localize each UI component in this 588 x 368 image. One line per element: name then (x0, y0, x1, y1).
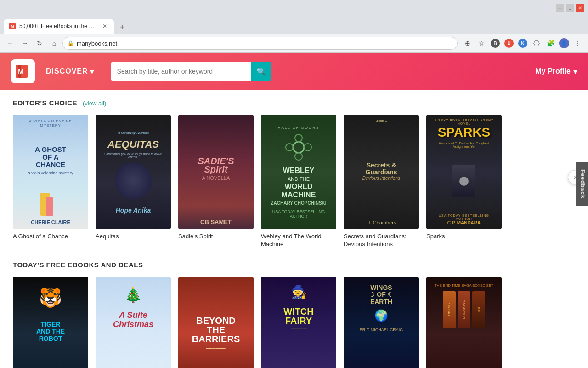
svg-point-4 (293, 142, 304, 153)
browser-titlebar: ─ □ ✕ (0, 0, 588, 16)
books-carousel: A Viola Valentine Mystery A GHOSTOF ACHA… (13, 115, 575, 248)
search-icon: 🔍 (257, 67, 266, 76)
deal-book-item[interactable]: THE END TIME SAGA BOXED SET RISING BREAK… (426, 277, 502, 368)
book-item[interactable]: A Getaway Novella AEQUITAS Sometimes you… (96, 115, 171, 248)
book-title: Aequitas (96, 233, 171, 241)
deals-grid: 🐯 TIGERAND THEROBOT 🎄 A SuiteChristmas (13, 277, 575, 368)
active-tab[interactable]: M 50,000+ Free eBooks in the Gen... ✕ (4, 19, 114, 34)
page-content: M DISCOVER ▾ 🔍 My Profile ▾ (0, 53, 588, 368)
deal-book-cover: BEYONDTHEBARRIERS ━━━━━━ (178, 277, 254, 368)
lock-icon: 🔒 (68, 40, 74, 46)
book-cover: Book 1 Secrets &Guardians Devious Intent… (344, 115, 419, 229)
my-profile-chevron-icon: ▾ (573, 67, 577, 76)
deal-book-item[interactable]: WINGS☽ OF ☾EARTH 🌍 ERIC MICHAEL CRAIG (344, 277, 419, 368)
reload-button[interactable]: ↻ (33, 37, 46, 50)
deal-book-item[interactable]: 🎄 A SuiteChristmas (96, 277, 171, 368)
window-controls: ─ □ ✕ (556, 4, 584, 12)
site-header: M DISCOVER ▾ 🔍 My Profile ▾ (0, 53, 588, 90)
deal-book-cover: 🧙 WITCHFAIRY ━━━━━ (261, 277, 336, 368)
discover-label: DISCOVER (46, 67, 88, 75)
book-item[interactable]: Book 1 Secrets &Guardians Devious Intent… (344, 115, 419, 248)
book-cover: A SEXY BDSM SPECIAL AGENT NOVEL SPARKS H… (426, 115, 502, 229)
deals-section: TODAY'S FREE EBOOKS AND DEALS 🐯 TIGERAND… (0, 253, 588, 368)
discover-chevron-icon: ▾ (90, 67, 94, 76)
back-button[interactable]: ← (4, 37, 17, 50)
forward-button[interactable]: → (18, 37, 31, 50)
book-title: Sadie's Spirit (178, 233, 254, 241)
close-button[interactable]: ✕ (576, 4, 584, 12)
deal-book-cover: 🐯 TIGERAND THEROBOT (13, 277, 88, 368)
book-cover: A Viola Valentine Mystery A GHOSTOF ACHA… (13, 115, 88, 229)
svg-point-8 (295, 153, 302, 160)
feedback-tab[interactable]: Feedback (576, 162, 588, 206)
maximize-button[interactable]: □ (566, 4, 574, 12)
tab-title: 50,000+ Free eBooks in the Gen... (19, 23, 97, 29)
menu-icon[interactable]: ⋮ (571, 37, 584, 50)
deal-book-item[interactable]: BEYONDTHEBARRIERS ━━━━━━ (178, 277, 254, 368)
book-item[interactable]: A SEXY BDSM SPECIAL AGENT NOVEL SPARKS H… (426, 115, 502, 248)
svg-point-6 (304, 144, 311, 151)
search-button[interactable]: 🔍 (251, 62, 271, 80)
address-bar[interactable]: 🔒 manybooks.net (62, 37, 458, 50)
bookmark-icon[interactable]: ☆ (475, 37, 488, 50)
translate-icon[interactable]: ⊕ (461, 37, 474, 50)
extension-1-icon[interactable]: B (489, 37, 502, 50)
extensions-icon[interactable]: 🧩 (544, 37, 557, 50)
browser-toolbar-icons: ⊕ ☆ B U K ⎔ 🧩 👤 ⋮ (461, 37, 584, 50)
svg-text:M: M (18, 68, 23, 75)
search-input[interactable] (111, 62, 251, 80)
view-all-link[interactable]: (view all) (83, 100, 106, 107)
extension-4-icon[interactable]: ⎔ (530, 37, 543, 50)
deal-book-item[interactable]: 🧙 WITCHFAIRY ━━━━━ (261, 277, 336, 368)
browser-tabs: M 50,000+ Free eBooks in the Gen... ✕ + (0, 16, 588, 34)
book-title: Secrets and Guardians: Devious Intention… (344, 233, 419, 248)
deal-book-cover: THE END TIME SAGA BOXED SET RISING BREAK… (426, 277, 502, 368)
editors-choice-section: EDITOR'S CHOICE (view all) A Viola Valen… (0, 90, 588, 253)
book-cover: SADIE'SSpirit A NOVELLA CB SAMET (178, 115, 254, 229)
svg-point-7 (295, 134, 302, 142)
feedback-label: Feedback (579, 169, 586, 198)
new-tab-button[interactable]: + (116, 21, 129, 34)
book-cover: HALL OF DOORS (261, 115, 336, 229)
deals-title: TODAY'S FREE EBOOKS AND DEALS (13, 261, 575, 269)
tab-close-button[interactable]: ✕ (101, 23, 108, 30)
deal-book-cover: WINGS☽ OF ☾EARTH 🌍 ERIC MICHAEL CRAIG (344, 277, 419, 368)
deal-book-item[interactable]: 🐯 TIGERAND THEROBOT (13, 277, 88, 368)
svg-point-5 (286, 144, 293, 151)
editors-choice-title: EDITOR'S CHOICE (13, 99, 77, 107)
extension-2-icon[interactable]: U (503, 37, 515, 50)
discover-nav[interactable]: DISCOVER ▾ (46, 67, 94, 76)
book-title: A Ghost of a Chance (13, 233, 88, 241)
search-bar: 🔍 (111, 62, 271, 80)
book-item[interactable]: A Viola Valentine Mystery A GHOSTOF ACHA… (13, 115, 88, 248)
logo[interactable]: M (11, 59, 35, 83)
book-title: Sparks (426, 233, 502, 241)
my-profile-button[interactable]: My Profile ▾ (536, 67, 577, 76)
profile-icon[interactable]: 👤 (558, 37, 571, 50)
books-grid: A Viola Valentine Mystery A GHOSTOF ACHA… (13, 115, 575, 248)
deal-book-cover: 🎄 A SuiteChristmas (96, 277, 171, 368)
url-text: manybooks.net (77, 40, 452, 47)
minimize-button[interactable]: ─ (556, 4, 564, 12)
book-item[interactable]: SADIE'SSpirit A NOVELLA CB SAMET Sadie's… (178, 115, 254, 248)
section-header: EDITOR'S CHOICE (view all) (13, 99, 575, 107)
my-profile-label: My Profile (536, 67, 571, 75)
book-item[interactable]: HALL OF DOORS (261, 115, 336, 248)
extension-3-icon[interactable]: K (516, 37, 529, 50)
logo-icon: M (11, 59, 35, 83)
book-cover: A Getaway Novella AEQUITAS Sometimes you… (96, 115, 171, 229)
home-button[interactable]: ⌂ (48, 37, 61, 50)
browser-toolbar: ← → ↻ ⌂ 🔒 manybooks.net ⊕ ☆ B U K ⎔ 🧩 (0, 34, 588, 53)
book-title: Webley and The World Machine (261, 233, 336, 248)
tab-favicon: M (9, 23, 16, 29)
